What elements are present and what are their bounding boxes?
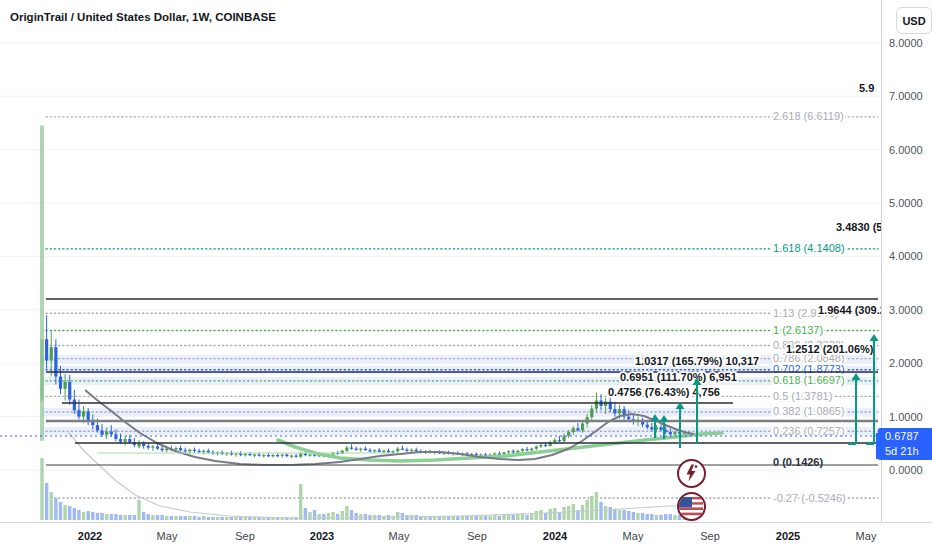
volume-bar	[516, 514, 519, 520]
volume-bar	[322, 514, 325, 520]
volume-bar	[327, 513, 330, 520]
candle-body	[530, 449, 533, 451]
currency-toggle-button[interactable]: USD	[896, 7, 932, 34]
volume-bar	[137, 500, 140, 520]
volume-bar	[350, 510, 353, 520]
candle-body	[105, 432, 108, 435]
volume-bar	[539, 510, 542, 520]
volume-bar	[96, 513, 99, 520]
symbol-title[interactable]: OriginTrail / United States Dollar, 1W, …	[10, 11, 276, 23]
volume-bar	[622, 510, 625, 520]
volume-bar	[248, 517, 251, 520]
measurement-label[interactable]: 0.4756 (76.43%) 4,756	[608, 386, 720, 398]
candle-body	[290, 456, 293, 457]
candle-body	[239, 453, 242, 455]
time-axis-label: May	[157, 530, 178, 542]
fib-level-label[interactable]: 2.618 (6.6119)	[773, 110, 844, 122]
price-axis-label: 8.0000	[889, 37, 923, 49]
volume-bar	[479, 516, 482, 520]
volume-bar	[87, 511, 90, 520]
volume-bar	[669, 514, 672, 520]
candle-body	[410, 450, 413, 451]
candle-body	[207, 451, 210, 453]
candle-body	[50, 347, 53, 360]
candle-body	[285, 455, 288, 457]
candle-body	[64, 382, 67, 389]
volume-bar	[54, 498, 57, 520]
candle-body	[535, 447, 538, 449]
candle-body	[281, 455, 284, 456]
candle-body	[378, 450, 381, 452]
volume-bar	[197, 517, 200, 520]
candle-body	[137, 443, 140, 446]
candle-body	[558, 440, 561, 441]
candle-body	[502, 452, 505, 454]
fib-level-label[interactable]: 0.382 (1.0865)	[773, 405, 845, 417]
candle-body	[359, 449, 362, 450]
volume-bar	[100, 513, 103, 520]
volume-bar	[207, 517, 210, 520]
time-axis-label: 2022	[78, 530, 102, 542]
price-axis-label: 2.0000	[889, 357, 923, 369]
candle-body	[392, 451, 395, 452]
fib-level-label[interactable]: 0.618 (1.6697)	[773, 374, 845, 386]
measurement-label[interactable]: 1.2512 (201.06%)	[786, 343, 874, 355]
volume-bar	[641, 513, 644, 520]
volume-bar	[655, 515, 658, 520]
candle-body	[128, 439, 131, 442]
volume-bar	[664, 514, 667, 520]
volume-bar	[396, 512, 399, 520]
candle-body	[96, 425, 99, 430]
time-axis-label: May	[856, 530, 877, 542]
volume-bar	[59, 502, 62, 520]
volume-bar	[613, 509, 616, 520]
fib-level-label[interactable]: -0.27 (-0.5246)	[773, 492, 846, 504]
current-price-badge: 0.6787 5d 21h	[878, 428, 932, 460]
price-axis-label: 5.0000	[889, 197, 923, 209]
fib-level-label[interactable]: 0 (0.1426)	[773, 456, 823, 468]
volume-bar	[170, 516, 173, 520]
price-axis[interactable]: 8.00007.00006.00005.00004.00003.00002.00…	[881, 0, 932, 522]
volume-bar	[590, 496, 593, 520]
measurement-label[interactable]: 3.4830 (5	[836, 221, 882, 233]
volume-bar	[211, 517, 214, 520]
fib-level-label[interactable]: 0.5 (1.3781)	[773, 390, 832, 402]
chart-canvas[interactable]: 2.618 (6.6119)1.618 (4.1408)1.13 (2.9349…	[0, 0, 932, 550]
volume-bar	[558, 512, 561, 520]
measurement-label[interactable]: 1.0317 (165.79%) 10,317	[635, 355, 759, 367]
candle-body	[650, 427, 653, 429]
volume-bar	[595, 492, 598, 520]
candle-body	[553, 440, 556, 442]
candle-body	[396, 449, 399, 452]
volume-bar	[512, 515, 515, 520]
volume-bar	[77, 510, 80, 520]
candle-body	[604, 402, 607, 406]
volume-bar	[354, 513, 357, 520]
candle-body	[174, 448, 177, 450]
candle-body	[147, 446, 150, 448]
fib-level-label[interactable]: 0.236 (0.7257)	[773, 425, 845, 437]
candle-body	[516, 451, 519, 453]
candle-body	[267, 455, 270, 456]
candle-body	[382, 451, 385, 452]
time-axis-label: 2025	[776, 530, 800, 542]
measurement-label[interactable]: 0.6951 (111.70%) 6,951	[620, 371, 737, 383]
volume-bar	[581, 505, 584, 520]
candle-body	[304, 453, 307, 455]
measurement-label[interactable]: 5.9	[859, 82, 874, 94]
time-axis[interactable]: 2022MaySep2023MaySep2024MaySep2025May	[0, 522, 932, 550]
price-axis-label: 1.0000	[889, 411, 923, 423]
volume-bar	[585, 500, 588, 520]
volume-bar	[40, 458, 43, 520]
arrow-head	[870, 334, 879, 341]
candle-body	[262, 455, 265, 456]
fib-level-label[interactable]: 1 (2.6137)	[773, 324, 823, 336]
measurement-label[interactable]: 1.9644 (309.2	[818, 304, 886, 316]
candle-body	[507, 451, 510, 452]
candle-body	[82, 411, 85, 416]
candle-body	[68, 382, 71, 400]
fib-level-label[interactable]: 1.618 (4.1408)	[773, 242, 845, 254]
volume-bar	[184, 516, 187, 520]
candle-body	[673, 432, 676, 434]
candle-body	[87, 411, 90, 421]
